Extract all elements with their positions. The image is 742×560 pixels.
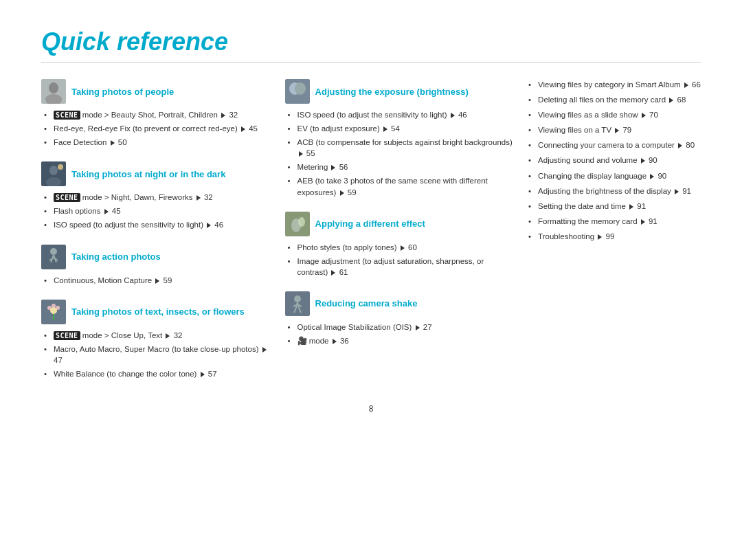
arrow-icon — [383, 126, 387, 132]
arrow-icon — [641, 219, 645, 225]
bullet-item: Deleting all files on the memory card 68 — [528, 94, 701, 105]
bullet-item: SCENE mode > Beauty Shot, Portrait, Chil… — [44, 109, 271, 120]
svg-point-1 — [49, 82, 58, 93]
flowers-icon — [41, 300, 66, 324]
bullet-item: Metering 56 — [288, 161, 515, 172]
svg-point-4 — [49, 166, 58, 175]
people-icon — [41, 79, 66, 104]
section-exposure-title: Adjusting the exposure (brightness) — [285, 79, 515, 104]
effect-svg — [285, 212, 310, 236]
arrow-icon — [615, 128, 619, 133]
svg-point-17 — [47, 306, 52, 310]
bullet-item: ISO speed (to adjust the sensitivity to … — [288, 109, 515, 120]
people-svg — [41, 79, 66, 104]
arrow-icon — [675, 189, 679, 194]
shake-svg — [285, 291, 310, 316]
exposure-svg — [285, 79, 310, 104]
svg-point-21 — [295, 82, 306, 95]
svg-point-24 — [298, 217, 305, 227]
arrow-icon — [207, 223, 211, 228]
arrow-icon — [629, 204, 633, 210]
shake-icon — [285, 291, 310, 316]
arrow-icon — [650, 174, 654, 179]
bullet-item: SCENE mode > Close Up, Text 32 — [44, 330, 271, 341]
section-action-label: Taking action photos — [71, 251, 161, 262]
svg-point-26 — [294, 295, 301, 302]
action-svg — [41, 245, 66, 269]
section-exposure-label: Adjusting the exposure (brightness) — [315, 87, 469, 97]
bullet-item: AEB (to take 3 photos of the same scene … — [288, 175, 515, 197]
bullet-item: Continuous, Motion Capture 59 — [44, 275, 271, 286]
bullet-item: Optical Image Stabilization (OIS) 27 — [288, 322, 515, 333]
section-night: Taking photos at night or in the dark SC… — [41, 161, 271, 230]
arrow-icon — [333, 339, 337, 344]
arrow-icon — [416, 325, 420, 331]
arrow-icon — [331, 165, 335, 170]
bullet-item: Viewing files as a slide show 70 — [528, 109, 701, 120]
bullet-item: SCENE mode > Night, Dawn, Fireworks 32 — [44, 192, 271, 203]
svg-point-16 — [56, 306, 60, 310]
svg-point-8 — [50, 248, 57, 255]
section-night-bullets: SCENE mode > Night, Dawn, Fireworks 32 F… — [41, 192, 271, 230]
section-people-bullets: SCENE mode > Beauty Shot, Portrait, Chil… — [41, 109, 271, 148]
section-effect: Applying a different effect Photo styles… — [285, 212, 515, 278]
section-shake-title: Reducing camera shake — [285, 291, 515, 316]
section-shake: Reducing camera shake Optical Image Stab… — [285, 291, 515, 346]
column-1: Taking photos of people SCENE mode > Bea… — [41, 79, 271, 393]
arrow-icon — [104, 209, 109, 214]
arrow-icon — [299, 151, 303, 157]
arrow-icon — [401, 245, 405, 251]
section-shake-label: Reducing camera shake — [315, 298, 418, 309]
arrow-icon — [669, 98, 673, 103]
section-effect-bullets: Photo styles (to apply tones) 60 Image a… — [285, 242, 515, 278]
section-effect-title: Applying a different effect — [285, 212, 515, 236]
section-night-label: Taking photos at night or in the dark — [71, 169, 225, 179]
arrow-icon — [221, 113, 225, 118]
section-exposure-bullets: ISO speed (to adjust the sensitivity to … — [285, 109, 515, 198]
title-divider — [41, 62, 701, 63]
section-shake-bullets: Optical Image Stabilization (OIS) 27 🎥 m… — [285, 322, 515, 346]
flowers-svg — [41, 300, 66, 324]
arrow-icon — [642, 113, 646, 118]
arrow-icon — [241, 126, 245, 132]
arrow-icon — [201, 372, 205, 377]
bullet-item: Red-eye, Red-eye Fix (to prevent or corr… — [44, 123, 271, 134]
arrow-icon — [331, 270, 335, 276]
bullet-item: 🎥 mode 36 — [288, 335, 515, 346]
section-exposure: Adjusting the exposure (brightness) ISO … — [285, 79, 515, 198]
bullet-item: Photo styles (to apply tones) 60 — [288, 242, 515, 253]
section-action: Taking action photos Continuous, Motion … — [41, 245, 271, 286]
bullet-item: Flash options 45 — [44, 205, 271, 216]
bullet-item: Formatting the memory card 91 — [528, 216, 701, 227]
column-2: Adjusting the exposure (brightness) ISO … — [285, 79, 515, 393]
bullet-item: Macro, Auto Macro, Super Macro (to take … — [44, 344, 271, 366]
right-col-list: Viewing files by category in Smart Album… — [528, 79, 701, 242]
bullet-item: Viewing files by category in Smart Album… — [528, 79, 701, 90]
section-effect-label: Applying a different effect — [315, 219, 425, 229]
bullet-item: White Balance (to change the color tone)… — [44, 368, 271, 379]
action-icon — [41, 245, 66, 269]
arrow-icon — [451, 113, 455, 118]
bullet-item: Troubleshooting 99 — [528, 231, 701, 242]
arrow-icon — [641, 158, 645, 164]
night-icon — [41, 161, 66, 186]
bullet-item: Changing the display language 90 — [528, 170, 701, 181]
svg-point-15 — [52, 304, 56, 308]
section-flowers-bullets: SCENE mode > Close Up, Text 32 Macro, Au… — [41, 330, 271, 379]
night-svg — [41, 161, 66, 186]
arrow-icon — [340, 190, 344, 196]
bullet-item: Adjusting the brightness of the display … — [528, 186, 701, 197]
bullet-item: Image adjustment (to adjust saturation, … — [288, 256, 515, 278]
bullet-item: EV (to adjust exposure) 54 — [288, 123, 515, 134]
arrow-icon — [111, 140, 115, 146]
bullet-item: Adjusting sound and volume 90 — [528, 155, 701, 166]
arrow-icon — [598, 234, 602, 240]
bullet-item: Viewing files on a TV 79 — [528, 124, 701, 135]
effect-icon — [285, 212, 310, 236]
arrow-icon — [262, 347, 267, 352]
content-columns: Taking photos of people SCENE mode > Bea… — [41, 79, 701, 393]
section-flowers-label: Taking photos of text, insects, or flowe… — [71, 306, 245, 317]
exposure-icon — [285, 79, 310, 104]
section-action-bullets: Continuous, Motion Capture 59 — [41, 275, 271, 286]
section-flowers: Taking photos of text, insects, or flowe… — [41, 300, 271, 379]
